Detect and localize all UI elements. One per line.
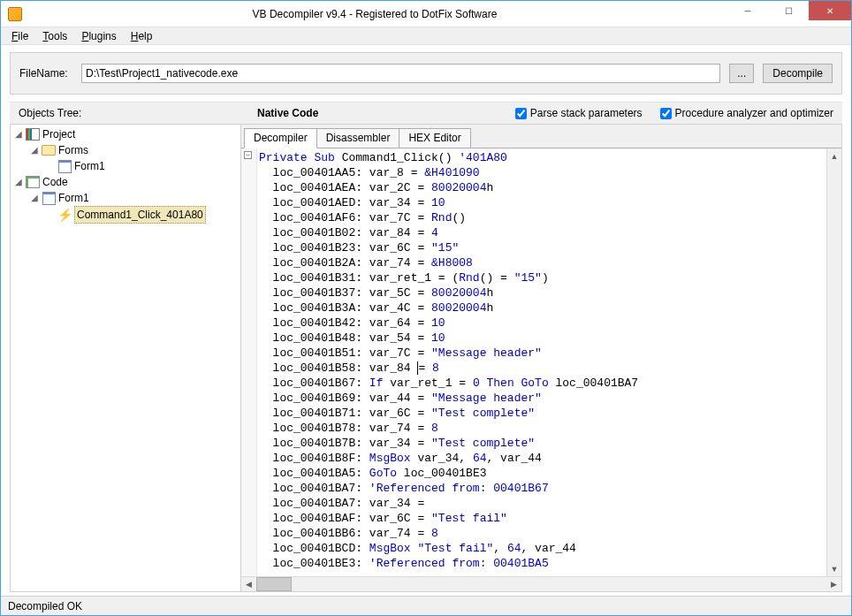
objects-tree[interactable]: ◢ Project ◢ Forms	[10, 125, 241, 592]
scroll-left-icon[interactable]: ◀	[241, 577, 256, 591]
collapse-icon[interactable]: ◢	[14, 126, 23, 142]
code-view[interactable]: Private Sub Command1_Click() '401A80 loc…	[257, 148, 826, 576]
project-icon	[26, 127, 40, 141]
tree-node-form1-code[interactable]: ◢ Form1	[30, 190, 239, 206]
tree-node-forms[interactable]: ◢ Forms	[30, 142, 239, 158]
scroll-right-icon[interactable]: ▶	[826, 577, 841, 591]
parse-stack-input[interactable]	[515, 108, 527, 119]
tree-node-code[interactable]: ◢ Code	[14, 174, 239, 190]
tree-node-project[interactable]: ◢ Project	[14, 126, 239, 142]
tab-hexeditor[interactable]: HEX Editor	[399, 128, 470, 148]
tree-label: Form1	[58, 190, 89, 206]
fold-icon[interactable]: −	[244, 151, 252, 159]
collapse-icon[interactable]: ◢	[14, 174, 23, 190]
close-button[interactable]: ✕	[809, 1, 851, 20]
scroll-down-icon[interactable]: ▼	[827, 561, 841, 576]
code-icon	[26, 175, 40, 189]
collapse-icon[interactable]: ◢	[30, 142, 39, 158]
statusbar: Decompiled OK	[1, 596, 851, 615]
options-row: Objects Tree: Native Code Parse stack pa…	[10, 102, 842, 125]
native-code-label: Native Code	[257, 107, 318, 119]
folder-icon	[42, 143, 56, 157]
vertical-scrollbar[interactable]: ▲ ▼	[826, 148, 841, 576]
menu-tools[interactable]: Tools	[35, 28, 74, 44]
tree-node-form1[interactable]: Form1	[46, 158, 239, 174]
status-text: Decompiled OK	[8, 600, 82, 612]
tabs: Decompiler Disassembler HEX Editor	[241, 125, 841, 148]
menubar: File Tools Plugins Help	[1, 27, 851, 45]
tab-decompiler[interactable]: Decompiler	[244, 128, 317, 148]
minimize-button[interactable]: ─	[727, 1, 768, 20]
proc-analyzer-input[interactable]	[660, 108, 672, 119]
maximize-button[interactable]: ☐	[768, 1, 809, 20]
app-icon	[8, 7, 22, 21]
window-controls: ─ ☐ ✕	[727, 1, 851, 27]
right-panel: Decompiler Disassembler HEX Editor − Pri…	[241, 125, 842, 592]
form-icon	[57, 159, 72, 173]
tree-node-command1[interactable]: ⚡ Command1_Click_401A80	[46, 206, 239, 224]
tab-disassembler[interactable]: Disassembler	[316, 128, 400, 148]
filename-label: FileName:	[19, 67, 72, 80]
browse-button[interactable]: ...	[729, 64, 754, 83]
code-gutter: −	[241, 148, 257, 576]
filename-panel: FileName: ... Decompile	[10, 52, 842, 95]
tree-label: Project	[42, 126, 75, 142]
filename-input[interactable]	[81, 64, 720, 83]
scroll-up-icon[interactable]: ▲	[827, 148, 841, 164]
collapse-icon[interactable]: ◢	[30, 190, 39, 206]
horizontal-scrollbar[interactable]: ◀ ▶	[241, 576, 841, 591]
tree-label: Forms	[58, 142, 88, 158]
proc-analyzer-label: Procedure analyzer and optimizer	[675, 107, 833, 119]
window-title: VB Decompiler v9.4 - Registered to DotFi…	[22, 8, 727, 20]
menu-help[interactable]: Help	[124, 28, 160, 44]
parse-stack-label: Parse stack parameters	[530, 107, 643, 119]
titlebar: VB Decompiler v9.4 - Registered to DotFi…	[1, 1, 851, 27]
parse-stack-checkbox[interactable]: Parse stack parameters	[515, 107, 643, 119]
tree-label: Code	[42, 174, 68, 190]
menu-plugins[interactable]: Plugins	[74, 28, 123, 44]
scroll-thumb[interactable]	[256, 577, 292, 591]
tree-label: Form1	[74, 158, 105, 174]
event-icon: ⚡	[57, 208, 72, 222]
objects-tree-label: Objects Tree:	[19, 107, 257, 119]
decompile-button[interactable]: Decompile	[763, 64, 833, 83]
tree-label-selected: Command1_Click_401A80	[74, 206, 206, 224]
proc-analyzer-checkbox[interactable]: Procedure analyzer and optimizer	[660, 107, 833, 119]
form-icon	[42, 191, 56, 205]
menu-file[interactable]: File	[4, 28, 35, 44]
